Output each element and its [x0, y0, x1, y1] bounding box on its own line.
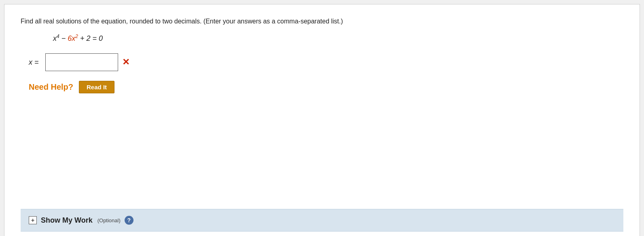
equation-block: x4 − 6x2 + 2 = 0 [53, 34, 623, 44]
need-help-label: Need Help? [29, 82, 73, 92]
show-my-work-bar: + Show My Work (Optional) ? [21, 209, 623, 232]
show-my-work-label: Show My Work [41, 216, 93, 225]
instruction-text: Find all real solutions of the equation,… [21, 17, 623, 26]
equation-minus: − [61, 34, 68, 42]
equation-rest: + 2 = 0 [80, 34, 103, 42]
answer-row: x = ✕ [29, 53, 623, 71]
equation-x4: x4 [53, 34, 59, 42]
help-circle-icon[interactable]: ? [125, 216, 133, 225]
read-it-button[interactable]: Read It [79, 81, 114, 93]
equation-6x2: 6x2 [68, 34, 78, 42]
need-help-row: Need Help? Read It [29, 81, 623, 93]
x-equals-label: x = [29, 58, 39, 67]
answer-input[interactable] [45, 53, 118, 71]
expand-icon[interactable]: + [29, 216, 37, 224]
content-spacer [21, 110, 623, 209]
optional-label: (Optional) [97, 217, 121, 223]
equation: x4 − 6x2 + 2 = 0 [53, 34, 103, 43]
incorrect-mark: ✕ [122, 58, 129, 67]
page-container: Find all real solutions of the equation,… [4, 4, 640, 236]
